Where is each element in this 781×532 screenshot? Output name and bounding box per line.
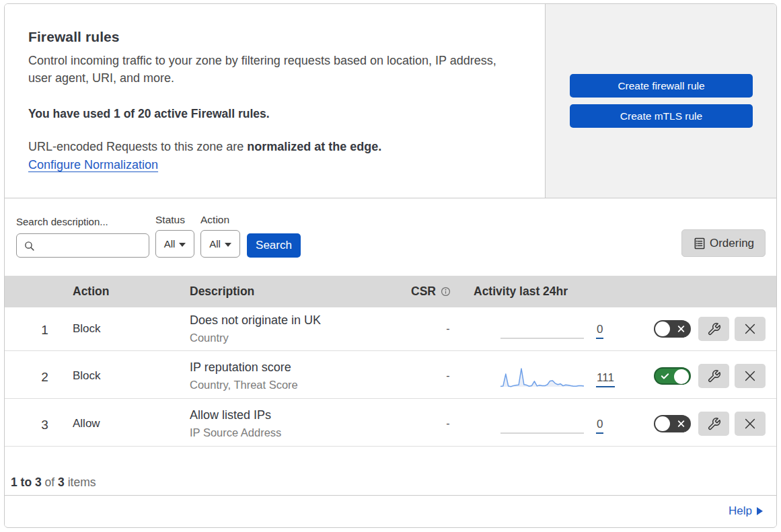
ordering-button[interactable]: Ordering — [681, 229, 766, 257]
rule-priority: 3 — [5, 418, 73, 432]
help-link[interactable]: Help — [729, 504, 763, 518]
firewall-rules-card: Firewall rules Control incoming traffic … — [4, 3, 777, 528]
info-icon[interactable] — [441, 287, 451, 297]
activity-sparkline — [500, 414, 584, 434]
rule-enabled-toggle[interactable] — [654, 415, 691, 432]
close-icon — [743, 416, 757, 431]
rule-title[interactable]: Does not originate in UK — [190, 313, 404, 328]
page-title: Firewall rules — [28, 28, 518, 46]
search-icon — [24, 240, 35, 252]
table-row: 1 Block Does not originate in UK Country… — [5, 307, 776, 351]
status-label: Status — [155, 214, 185, 226]
activity-count-link[interactable]: 0 — [596, 325, 603, 339]
search-input[interactable] — [39, 234, 161, 257]
rule-enabled-toggle[interactable] — [654, 320, 691, 338]
header-csr: CSR — [404, 284, 471, 299]
table-row: 2 Block IP reputation score Country, Thr… — [5, 351, 776, 399]
toggle-state-icon — [660, 371, 670, 381]
hero-actions-panel: Create firewall rule Create mTLS rule — [546, 4, 776, 198]
page-description-line1: Control incoming traffic to your zone by… — [28, 54, 496, 67]
delete-rule-button[interactable] — [735, 364, 766, 388]
help-arrow-icon — [757, 507, 763, 515]
chevron-down-icon — [225, 243, 231, 247]
rule-activity: 0 — [500, 414, 630, 434]
wrench-icon — [707, 369, 721, 383]
header-activity: Activity last 24hr — [471, 284, 630, 299]
header-description: Description — [190, 284, 404, 299]
ordering-list-icon — [693, 237, 706, 250]
toggle-x-icon — [677, 325, 685, 334]
rule-controls — [630, 364, 776, 388]
help-link-label: Help — [729, 504, 752, 518]
toggle-state-icon — [677, 325, 685, 334]
rule-csr: - — [404, 418, 471, 430]
rule-controls — [630, 317, 776, 341]
wrench-icon — [707, 322, 721, 336]
delete-rule-button[interactable] — [735, 412, 766, 436]
hero-section: Firewall rules Control incoming traffic … — [5, 4, 776, 198]
rule-priority: 2 — [5, 370, 73, 385]
status-dropdown[interactable]: All — [155, 230, 194, 258]
page-description-line2: user agent, URI, and more. — [28, 71, 174, 85]
page-description: Control incoming traffic to your zone by… — [28, 52, 518, 87]
items-of: of — [45, 476, 55, 489]
rule-fields: Country, Threat Score — [190, 379, 404, 391]
rule-enabled-toggle[interactable] — [654, 367, 691, 385]
activity-sparkline — [500, 367, 584, 387]
rule-fields: IP Source Address — [190, 426, 404, 439]
items-word: items — [68, 476, 96, 489]
close-icon — [743, 369, 757, 383]
rule-action: Block — [73, 369, 190, 383]
toggle-x-icon — [677, 420, 685, 428]
usage-summary: You have used 1 of 20 active Firewall ru… — [28, 107, 518, 121]
configure-normalization-link[interactable]: Configure Normalization — [28, 158, 158, 172]
rule-fields: Country — [190, 332, 404, 344]
delete-rule-button[interactable] — [735, 317, 766, 341]
pagination-summary-row: 1 to 3 of 3 items — [5, 447, 776, 496]
rule-description[interactable]: Does not originate in UK Country — [190, 313, 404, 344]
header-csr-label: CSR — [411, 284, 436, 299]
search-button[interactable]: Search — [247, 233, 301, 258]
table-header: Action Description CSR Activity last 24h… — [5, 276, 776, 307]
items-range: 1 to 3 — [11, 476, 42, 489]
sparkline-fill — [500, 369, 584, 387]
status-dropdown-value: All — [164, 238, 176, 250]
rule-activity: 111 — [500, 367, 630, 387]
items-total: 3 — [58, 476, 65, 489]
items-count-text: 1 to 3 of 3 items — [11, 476, 96, 490]
activity-count-link[interactable]: 0 — [596, 420, 603, 434]
toggle-state-icon — [677, 420, 685, 428]
activity-count-link[interactable]: 111 — [596, 373, 615, 387]
rule-csr: - — [404, 370, 471, 382]
rule-description[interactable]: Allow listed IPs IP Source Address — [190, 408, 404, 439]
sparkline-line — [500, 369, 584, 387]
help-row: Help — [5, 496, 776, 527]
edit-rule-button[interactable] — [698, 364, 729, 388]
search-description-field[interactable] — [16, 233, 149, 258]
header-action: Action — [73, 284, 190, 299]
rule-title[interactable]: IP reputation score — [190, 360, 404, 375]
create-firewall-rule-button[interactable]: Create firewall rule — [570, 74, 753, 98]
search-description-label: Search description... — [16, 216, 108, 227]
rule-controls — [630, 412, 776, 436]
rule-priority: 1 — [5, 323, 73, 338]
edit-rule-button[interactable] — [698, 412, 729, 436]
toggle-knob — [655, 416, 670, 431]
rule-action: Allow — [73, 417, 190, 430]
normalization-note: URL-encoded Requests to this zone are no… — [28, 140, 518, 154]
create-mtls-rule-button[interactable]: Create mTLS rule — [570, 104, 753, 128]
toggle-knob — [655, 321, 670, 336]
normalization-note-bold: normalized at the edge. — [247, 140, 381, 153]
action-label: Action — [200, 214, 229, 226]
rule-description[interactable]: IP reputation score Country, Threat Scor… — [190, 360, 404, 391]
rule-csr: - — [404, 323, 471, 335]
edit-rule-button[interactable] — [698, 317, 729, 341]
rule-activity: 0 — [500, 319, 630, 339]
table-row: 3 Allow Allow listed IPs IP Source Addre… — [5, 399, 776, 447]
action-dropdown[interactable]: All — [200, 230, 240, 258]
normalization-note-text: URL-encoded Requests to this zone are — [28, 140, 244, 153]
rule-action: Block — [73, 322, 190, 336]
wrench-icon — [707, 417, 721, 431]
rule-title[interactable]: Allow listed IPs — [190, 408, 404, 422]
chevron-down-icon — [179, 243, 186, 247]
